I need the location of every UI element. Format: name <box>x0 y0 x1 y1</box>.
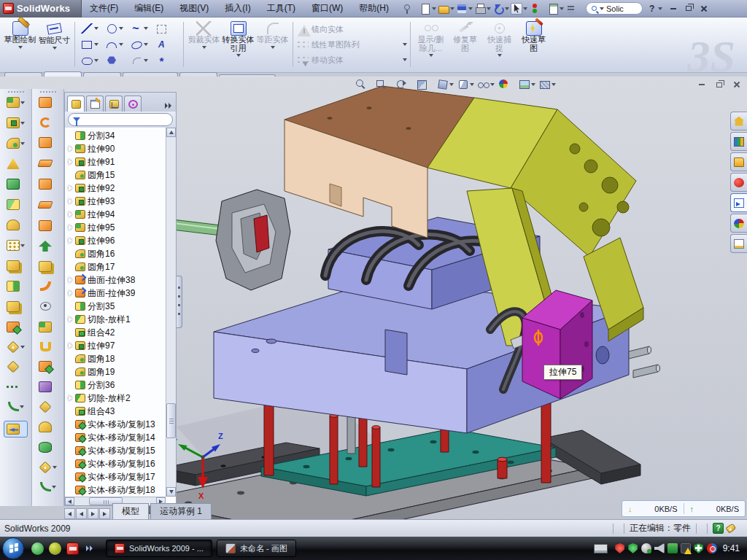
propertymanager-tab[interactable] <box>86 96 104 112</box>
line-icon[interactable] <box>80 20 104 36</box>
expand-arrow-icon[interactable] <box>67 132 74 139</box>
linear-pattern-icon[interactable] <box>7 240 25 251</box>
expand-arrow-icon[interactable] <box>67 434 74 441</box>
toolbar-grip[interactable] <box>40 91 56 93</box>
trim-entities-button[interactable]: 剪裁实体 <box>187 20 221 69</box>
document-tab[interactable]: 模型 <box>112 503 149 519</box>
scroll-up-button[interactable] <box>166 128 176 137</box>
doc-close-button[interactable] <box>730 79 743 90</box>
slot-icon[interactable] <box>80 52 104 69</box>
minimize-button[interactable] <box>665 3 681 15</box>
expand-arrow-icon[interactable] <box>67 460 74 467</box>
spline-icon[interactable] <box>129 20 154 36</box>
expand-arrow-icon[interactable] <box>67 171 74 179</box>
move-copy-body-icon[interactable] <box>7 322 25 332</box>
tree-item[interactable]: 切除-放样2 <box>65 392 166 405</box>
ime-icon[interactable] <box>565 3 582 15</box>
pin-icon[interactable] <box>401 3 418 15</box>
lofted-surface-icon[interactable] <box>39 137 57 148</box>
replace-face-icon[interactable] <box>39 322 57 332</box>
knit-surface-icon[interactable] <box>39 261 57 272</box>
apply-scene-icon[interactable] <box>518 79 535 90</box>
panel-splitter[interactable] <box>177 276 182 328</box>
antivirus-red-icon[interactable] <box>615 543 625 553</box>
previous-view-icon[interactable] <box>395 79 413 90</box>
smart-dimension-button[interactable]: 智能尺寸 <box>37 20 71 69</box>
tree-item[interactable]: 分割34 <box>65 129 166 142</box>
parting-line-icon[interactable] <box>40 342 56 351</box>
mirror-entities-button[interactable]: 镜向实体 <box>296 22 407 37</box>
expand-arrow-icon[interactable] <box>67 289 74 297</box>
expand-arrow-icon[interactable] <box>67 211 74 218</box>
menu-item[interactable]: 插入(I) <box>217 2 258 15</box>
rectangle-icon[interactable] <box>80 36 104 52</box>
messenger-icon[interactable] <box>31 542 44 555</box>
tree-item[interactable]: 拉伸94 <box>65 208 166 221</box>
search-dropdown-icon[interactable] <box>600 7 604 10</box>
polygon-icon[interactable] <box>104 52 129 69</box>
configurationmanager-tab[interactable] <box>105 96 123 112</box>
tree-item[interactable]: 组合42 <box>65 326 166 339</box>
expand-arrow-icon[interactable] <box>67 394 74 402</box>
dimxpertmanager-tab[interactable] <box>124 96 142 112</box>
expand-arrow-icon[interactable] <box>67 316 74 323</box>
curve-icon[interactable] <box>8 402 24 411</box>
menu-item[interactable]: 帮助(H) <box>351 2 397 15</box>
open-folder-icon[interactable] <box>438 3 454 15</box>
expand-arrow-icon[interactable] <box>67 355 74 362</box>
plane-icon[interactable] <box>7 362 25 372</box>
expand-arrow-icon[interactable] <box>67 184 74 192</box>
custom-properties-tab[interactable] <box>730 234 747 253</box>
fillet-icon[interactable] <box>7 138 25 149</box>
update-badge-icon[interactable] <box>641 543 651 553</box>
tree-item[interactable]: 实体-移动/复制17 <box>65 470 166 483</box>
display-delete-relations-button[interactable]: 显示/删 除几... <box>414 20 448 69</box>
sync-ball-icon[interactable] <box>707 543 717 553</box>
expand-arrow-icon[interactable] <box>67 447 74 454</box>
volume-icon[interactable] <box>654 543 665 553</box>
menu-item[interactable]: 工具(T) <box>259 2 303 15</box>
help-button[interactable]: ? <box>646 4 657 14</box>
axis-icon[interactable] <box>7 381 25 392</box>
menu-item[interactable]: 编辑(E) <box>126 2 171 15</box>
offset-entities-button[interactable]: 等距实体 <box>255 20 290 69</box>
tree-item[interactable]: 拉伸92 <box>65 182 166 195</box>
expand-arrow-icon[interactable] <box>67 421 74 428</box>
expand-arrow-icon[interactable] <box>67 263 74 271</box>
edit-appearance-icon[interactable] <box>498 79 515 90</box>
linear-sketch-pattern-button[interactable]: 线性草图阵列 <box>296 37 407 52</box>
expand-arrow-icon[interactable] <box>67 145 74 152</box>
expand-arrow-icon[interactable] <box>67 381 74 389</box>
curve2-icon[interactable] <box>40 482 56 491</box>
taskbar-clock[interactable]: 9:41 <box>723 543 740 553</box>
solidworks-launcher-icon[interactable] <box>66 542 79 555</box>
save-icon[interactable] <box>456 3 473 15</box>
expand-arrow-icon[interactable] <box>67 224 74 231</box>
menu-item[interactable]: 窗口(W) <box>303 2 351 15</box>
document-tab[interactable]: 运动算例 1 <box>150 503 212 519</box>
next-tab-button[interactable] <box>88 508 98 519</box>
home-tab[interactable] <box>730 112 747 131</box>
delete-face-icon[interactable] <box>40 300 56 312</box>
file-explorer-tab[interactable] <box>730 152 747 171</box>
repair-sketch-button[interactable]: 修复草 图 <box>448 20 482 69</box>
tree-item[interactable]: 组合43 <box>65 405 166 418</box>
health-shield-icon[interactable] <box>694 543 704 553</box>
expand-arrow-icon[interactable] <box>67 486 74 494</box>
tree-item[interactable]: 实体-移动/复制18 <box>65 483 166 497</box>
tree-item[interactable]: 实体-移动/复制15 <box>65 444 166 457</box>
tag-icon[interactable] <box>726 523 737 533</box>
task-button[interactable]: SolidWorks 2009 - ... <box>106 540 212 557</box>
expand-arrow-icon[interactable] <box>67 250 74 257</box>
rib-icon[interactable] <box>7 158 25 169</box>
rapid-sketch-button[interactable]: 快速草 图 <box>516 20 551 69</box>
arc-icon[interactable] <box>104 36 129 52</box>
search-input[interactable] <box>606 4 637 13</box>
extend-surface-icon[interactable] <box>39 241 57 252</box>
expand-arrow-icon[interactable] <box>67 237 74 244</box>
display-style-icon[interactable] <box>457 79 474 90</box>
filter-input[interactable] <box>83 115 168 124</box>
doc-minimize-button[interactable] <box>695 79 708 90</box>
shell-icon[interactable] <box>7 179 25 190</box>
toolbar-grip[interactable] <box>8 91 24 93</box>
